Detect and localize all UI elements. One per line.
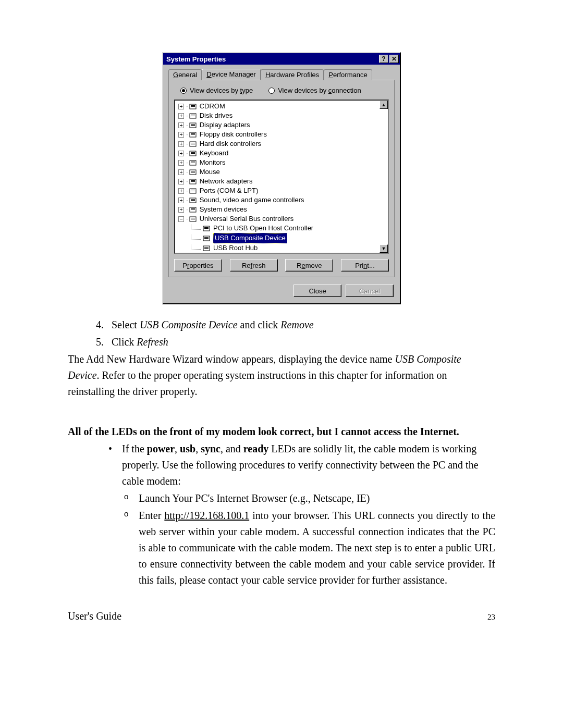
svg-rect-44	[204, 238, 209, 239]
svg-rect-40	[204, 227, 209, 228]
device-icon	[189, 150, 198, 157]
radio-dot-icon	[180, 88, 187, 94]
tab-performance[interactable]: Performance	[324, 69, 372, 80]
svg-rect-14	[191, 144, 195, 144]
tree-node[interactable]: +·Mouse	[178, 167, 388, 177]
expand-icon[interactable]: +	[178, 169, 184, 175]
expand-icon[interactable]: +	[178, 132, 184, 138]
tree-node-label: Sound, video and game controllers	[200, 195, 304, 205]
svg-rect-11	[191, 134, 195, 135]
tree-node[interactable]: +·Keyboard	[178, 149, 388, 158]
expand-icon[interactable]: +	[178, 198, 184, 203]
tree-node[interactable]: +·System devices	[178, 205, 388, 214]
close-button[interactable]: ✕	[389, 55, 399, 63]
tree-node-label: Hard disk controllers	[200, 139, 262, 149]
radio-view-by-connection[interactable]: View devices by connection	[268, 87, 361, 94]
device-icon	[189, 168, 198, 176]
expand-icon[interactable]: +	[178, 151, 184, 156]
tree-node-label: Network adapters	[200, 177, 253, 186]
dialog-footer: Close Cancel	[163, 281, 400, 303]
svg-rect-38	[191, 219, 195, 219]
remove-button[interactable]: Remove	[285, 259, 333, 272]
sub-bullet-enter-url: Enter http://192.168.100.1 into your bro…	[68, 508, 495, 588]
svg-rect-5	[191, 116, 195, 116]
device-icon	[189, 131, 198, 138]
device-icon	[189, 103, 198, 110]
tab-hardware-profiles[interactable]: Hardware Profiles	[261, 69, 324, 80]
expand-icon[interactable]: +	[178, 141, 184, 147]
tree-child-node[interactable]: USB Root Hub	[191, 243, 388, 253]
expand-icon[interactable]: −	[178, 216, 184, 222]
step-4: 4. Select USB Composite Device and click…	[68, 317, 495, 333]
scroll-down-button[interactable]: ▼	[380, 244, 388, 253]
window-title: System Properties	[166, 55, 378, 63]
svg-rect-16	[191, 152, 195, 153]
device-icon	[189, 215, 198, 223]
tree-child-node[interactable]: USB Composite Device	[191, 233, 388, 243]
svg-rect-31	[191, 199, 195, 200]
refresh-button[interactable]: Refresh	[230, 259, 278, 272]
system-properties-dialog: System Properties ? ✕ General Device Man…	[162, 52, 401, 304]
device-icon	[189, 196, 198, 204]
tree-node[interactable]: +·Monitors	[178, 158, 388, 167]
tree-node[interactable]: +·Floppy disk controllers	[178, 130, 388, 139]
tree-node[interactable]: +·CDROM	[178, 102, 388, 111]
tree-node[interactable]: +·Disk drives	[178, 111, 388, 120]
svg-rect-25	[191, 180, 195, 181]
print-button[interactable]: Print...	[341, 259, 389, 272]
tree-node-label: USB Root Hub	[213, 243, 258, 253]
tree-node[interactable]: +·Display adapters	[178, 120, 388, 130]
expand-icon[interactable]: +	[178, 179, 184, 184]
svg-rect-22	[191, 171, 195, 171]
device-icon	[189, 121, 198, 129]
radio-view-by-type[interactable]: View devices by type	[180, 87, 253, 94]
svg-rect-7	[191, 124, 195, 125]
tree-node-label: Keyboard	[200, 149, 229, 158]
svg-rect-41	[204, 228, 209, 229]
footer-title: User's Guide	[68, 608, 121, 624]
tab-general[interactable]: General	[168, 69, 202, 80]
tree-node-label: Floppy disk controllers	[200, 130, 267, 139]
help-button[interactable]: ?	[379, 55, 388, 63]
view-mode-radios: View devices by type View devices by con…	[180, 87, 387, 94]
expand-icon[interactable]: +	[178, 188, 184, 194]
tree-node[interactable]: +·Ports (COM & LPT)	[178, 186, 388, 195]
svg-rect-47	[204, 248, 209, 249]
svg-rect-20	[191, 163, 195, 163]
paragraph-wizard: The Add New Hardware Wizard window appea…	[68, 351, 495, 400]
properties-button[interactable]: Properties	[174, 259, 222, 272]
tree-node-label: PCI to USB Open Host Controller	[213, 224, 313, 233]
modem-url-link[interactable]: http://192.168.100.1	[164, 510, 249, 521]
device-tree[interactable]: ▲ ▼ +·CDROM+·Disk drives+·Display adapte…	[174, 100, 389, 254]
expand-icon[interactable]: +	[178, 122, 184, 128]
tree-node-label: Disk drives	[200, 111, 233, 120]
cancel-dialog-button[interactable]: Cancel	[346, 285, 394, 297]
expand-icon[interactable]: +	[178, 113, 184, 119]
bullet-leds: If the power, usb, sync, and ready LEDs …	[68, 441, 495, 489]
tree-node[interactable]: +·Sound, video and game controllers	[178, 195, 388, 205]
tree-node-label: Mouse	[200, 167, 220, 177]
tree-node[interactable]: +·Network adapters	[178, 177, 388, 186]
tree-node[interactable]: +·Hard disk controllers	[178, 139, 388, 149]
tree-child-node[interactable]: PCI to USB Open Host Controller	[191, 224, 388, 233]
sub-bullet-launch-browser: Launch Your PC's Internet Browser (e.g.,…	[68, 490, 495, 507]
expand-icon[interactable]: +	[178, 104, 184, 109]
tab-device-manager[interactable]: Device Manager	[202, 69, 261, 80]
expand-icon[interactable]: +	[178, 207, 184, 213]
tree-node-label: CDROM	[200, 102, 225, 111]
close-dialog-button[interactable]: Close	[293, 285, 341, 297]
scroll-up-button[interactable]: ▲	[380, 101, 388, 109]
tree-node-label: Ports (COM & LPT)	[200, 186, 259, 195]
radio-dot-icon	[268, 88, 275, 94]
svg-rect-17	[191, 153, 195, 154]
expand-icon[interactable]: +	[178, 160, 184, 166]
titlebar[interactable]: System Properties ? ✕	[163, 53, 400, 65]
troubleshoot-heading: All of the LEDs on the front of my modem…	[68, 424, 495, 440]
svg-rect-26	[191, 181, 195, 182]
device-icon	[189, 140, 198, 147]
svg-rect-28	[191, 190, 195, 190]
tree-node[interactable]: −·Universal Serial Bus controllers	[178, 214, 388, 224]
device-icon	[189, 159, 198, 166]
svg-rect-46	[204, 247, 209, 248]
device-icon	[203, 225, 211, 232]
